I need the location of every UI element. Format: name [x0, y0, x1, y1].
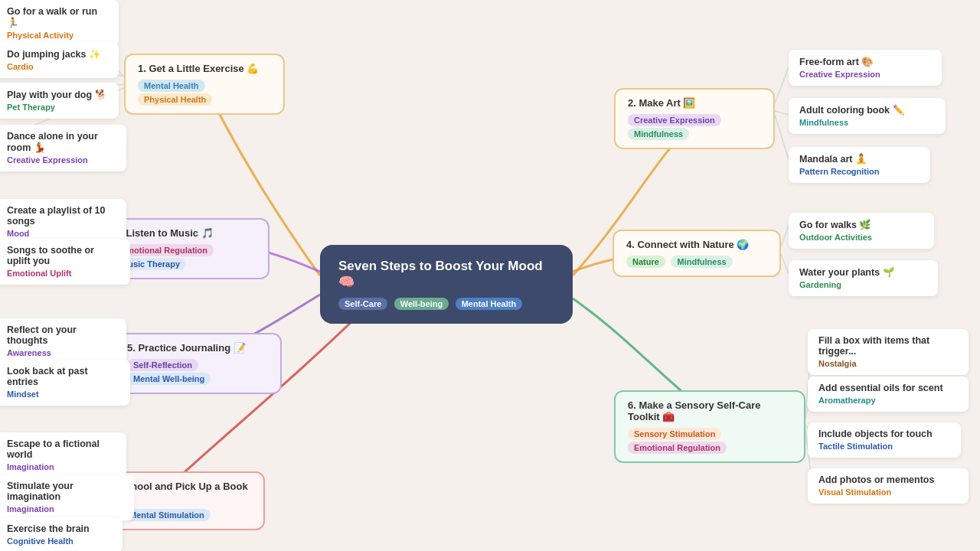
leaf-oils: Add essential oils for scent Aromatherap… — [808, 377, 969, 412]
leaf-imagination-tag: Imagination — [7, 504, 54, 514]
leaf-gowalks-title: Go for walks 🌿 — [799, 219, 923, 230]
step-2-tag-creative: Creative Expression — [628, 114, 721, 126]
leaf-gowalks-tag: Outdoor Activities — [799, 233, 872, 242]
leaf-plants: Water your plants 🌱 Gardening — [789, 260, 938, 296]
leaf-brain-title: Exercise the brain — [7, 523, 112, 534]
step-1-tag-mental: Mental Health — [138, 80, 205, 92]
leaf-dance: Dance alone in your room 💃 Creative Expr… — [0, 125, 126, 171]
step-4-tag-mindfulness: Mindfulness — [671, 256, 732, 268]
svg-line-5 — [775, 111, 789, 115]
leaf-dance-tag: Creative Expression — [7, 155, 88, 165]
leaf-brain-tag: Cognitive Health — [7, 536, 74, 546]
leaf-soothe-tag: Emotional Uplift — [7, 269, 71, 278]
leaf-coloring-title: Adult coloring book ✏️ — [799, 104, 935, 116]
leaf-imagination: Stimulate your imagination Imagination — [0, 474, 134, 520]
leaf-reflect: Reflect on your thoughts Awareness — [0, 318, 126, 364]
leaf-touch: Include objects for touch Tactile Stimul… — [808, 422, 961, 458]
leaf-playlist: Create a playlist of 10 songs Mood — [0, 199, 126, 245]
leaf-oils-tag: Aromatherapy — [818, 396, 876, 405]
mind-map-canvas: Seven Steps to Boost Your Mood 🧠 Self-Ca… — [0, 0, 980, 551]
leaf-jumping-title: Do jumping jacks ✨ — [7, 48, 108, 60]
leaf-photos: Add photos or mementos Visual Stimulatio… — [808, 468, 969, 504]
step-6-tag-emotional: Emotional Regulation — [628, 442, 727, 454]
leaf-mandala: Mandala art 🧘 Pattern Recognition — [789, 147, 930, 183]
leaf-reflect-tag: Awareness — [7, 348, 51, 357]
step-2-tag-mindfulness: Mindfulness — [628, 128, 689, 140]
leaf-photos-title: Add photos or mementos — [818, 474, 958, 485]
tag-selfcare: Self-Care — [338, 298, 387, 310]
leaf-fillbox: Fill a box with items that trigger... No… — [808, 329, 969, 375]
leaf-brain: Exercise the brain Cognitive Health — [0, 517, 122, 551]
step-5-tag-mentalwell: Mental Well-being — [127, 373, 211, 385]
center-node[interactable]: Seven Steps to Boost Your Mood 🧠 Self-Ca… — [320, 245, 573, 324]
step-5-title: 5. Practice Journaling 📝 — [127, 342, 268, 354]
step-5-node[interactable]: 5. Practice Journaling 📝 Self-Reflection… — [113, 333, 282, 394]
leaf-coloring: Adult coloring book ✏️ Mindfulness — [789, 98, 946, 134]
leaf-reflect-title: Reflect on your thoughts — [7, 324, 116, 346]
svg-line-9 — [781, 226, 789, 246]
leaf-realworld-tag: Imagination — [7, 462, 54, 471]
step-3-title: 3. Listen to Music 🎵 — [115, 227, 256, 239]
leaf-freeform-tag: Creative Expression — [799, 70, 880, 79]
step-1-title: 1. Get a Little Exercise 💪 — [138, 63, 271, 74]
step-4-title: 4. Connect with Nature 🌍 — [626, 239, 767, 250]
leaf-dance-title: Dance alone in your room 💃 — [7, 131, 116, 153]
step-6-tag-sensory: Sensory Stimulation — [628, 428, 721, 440]
leaf-walk-title: Go for a walk or run 🏃 — [7, 6, 108, 28]
tag-mentalhealth: Mental Health — [456, 298, 523, 310]
step-2-node[interactable]: 2. Make Art 🖼️ Creative Expression Mindf… — [614, 88, 775, 149]
leaf-plants-tag: Gardening — [799, 280, 841, 289]
step-1-node[interactable]: 1. Get a Little Exercise 💪 Mental Health… — [124, 54, 285, 115]
leaf-mandala-title: Mandala art 🧘 — [799, 153, 920, 165]
leaf-dog-title: Play with your dog 🐕 — [7, 89, 108, 100]
step-6-node[interactable]: 6. Make a Sensory Self-Care Toolkit 🧰 Se… — [614, 390, 805, 463]
leaf-imagination-title: Stimulate your imagination — [7, 481, 123, 502]
leaf-soothe-title: Songs to soothe or uplift you — [7, 245, 119, 266]
leaf-fillbox-tag: Nostalgia — [818, 359, 857, 368]
leaf-photos-tag: Visual Stimulation — [818, 487, 891, 497]
step-2-title: 2. Make Art 🖼️ — [628, 97, 761, 109]
center-tags: Self-Care Well-being Mental Health — [338, 296, 554, 310]
step-4-node[interactable]: 4. Connect with Nature 🌍 Nature Mindfuln… — [612, 230, 781, 277]
step-7-tag-mentalstim: Mental Stimulation — [123, 509, 211, 521]
center-title: Seven Steps to Boost Your Mood 🧠 — [338, 259, 554, 290]
leaf-dog: Play with your dog 🐕 Pet Therapy — [0, 83, 119, 119]
leaf-freeform: Free-form art 🎨 Creative Expression — [789, 50, 942, 86]
leaf-walk: Go for a walk or run 🏃 Physical Activity — [0, 0, 119, 47]
leaf-dog-tag: Pet Therapy — [7, 103, 55, 112]
step-5-tag-selfreflect: Self-Reflection — [127, 359, 198, 371]
step-4-tag-nature: Nature — [626, 256, 665, 268]
leaf-plants-title: Water your plants 🌱 — [799, 266, 927, 278]
leaf-fillbox-title: Fill a box with items that trigger... — [818, 335, 958, 357]
leaf-freeform-title: Free-form art 🎨 — [799, 56, 931, 67]
leaf-realworld: Escape to a fictional world Imagination — [0, 432, 126, 478]
step-6-title: 6. Make a Sensory Self-Care Toolkit 🧰 — [628, 399, 792, 422]
leaf-coloring-tag: Mindfulness — [799, 118, 848, 127]
leaf-playlist-title: Create a playlist of 10 songs — [7, 205, 116, 227]
leaf-jumping: Do jumping jacks ✨ Cardio — [0, 42, 119, 78]
leaf-soothe: Songs to soothe or uplift you Emotional … — [0, 239, 130, 285]
leaf-realworld-title: Escape to a fictional world — [7, 439, 116, 460]
svg-line-10 — [781, 254, 789, 274]
svg-line-4 — [775, 67, 789, 103]
leaf-past: Look back at past entries Mindset — [0, 360, 130, 406]
leaf-touch-title: Include objects for touch — [818, 429, 950, 439]
leaf-oils-title: Add essential oils for scent — [818, 383, 958, 393]
leaf-jumping-tag: Cardio — [7, 62, 34, 71]
svg-line-6 — [775, 115, 789, 159]
tag-wellbeing: Well-being — [394, 298, 449, 310]
leaf-gowalks: Go for walks 🌿 Outdoor Activities — [789, 213, 934, 249]
leaf-touch-tag: Tactile Stimulation — [818, 442, 893, 451]
step-1-tag-physical: Physical Health — [138, 93, 212, 106]
leaf-past-tag: Mindset — [7, 390, 39, 399]
leaf-mandala-tag: Pattern Recognition — [799, 167, 880, 176]
leaf-playlist-tag: Mood — [7, 229, 29, 238]
leaf-past-title: Look back at past entries — [7, 366, 119, 387]
leaf-walk-tag: Physical Activity — [7, 31, 74, 40]
